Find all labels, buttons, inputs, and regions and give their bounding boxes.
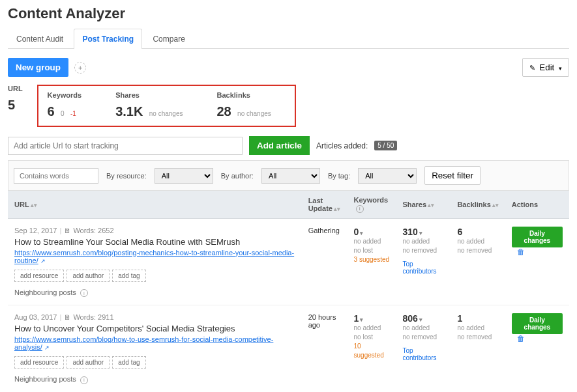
row-url-link[interactable]: https://www.semrush.com/blog/how-to-use-…: [14, 335, 273, 351]
stat-url-value: 5: [8, 98, 23, 113]
row-meta: Aug 03, 2017|🗎 Words: 2911: [14, 313, 295, 321]
by-resource-select[interactable]: All: [155, 168, 213, 184]
add-group-icon[interactable]: +: [74, 62, 86, 74]
by-author-select[interactable]: All: [261, 168, 320, 184]
external-link-icon[interactable]: ↗: [40, 258, 46, 264]
stat-keywords: Keywords 6 0 -1: [48, 91, 96, 119]
keywords-value[interactable]: 0▾: [354, 227, 390, 237]
page-title: Content Analyzer: [8, 5, 569, 22]
keywords-no-added: no added: [354, 237, 390, 246]
add-resource-button[interactable]: add resource: [14, 356, 64, 369]
words-label: Words:: [73, 227, 96, 234]
chevron-down-icon: ▾: [419, 230, 422, 236]
sort-icon: ▴▾: [31, 202, 37, 208]
stat-url: URL 5: [8, 85, 37, 113]
cell-last-update: 20 hours ago: [302, 305, 348, 393]
keywords-suggested[interactable]: 3 suggested: [354, 255, 390, 264]
stat-keywords-label: Keywords: [48, 91, 82, 99]
shares-value[interactable]: 310▾: [402, 227, 444, 237]
sort-icon: ▴▾: [492, 202, 499, 208]
table-row: Sep 12, 2017|🗎 Words: 2652How to Streaml…: [8, 218, 569, 305]
add-tag-button[interactable]: add tag: [112, 270, 145, 282]
stat-keywords-zero: 0: [61, 110, 65, 117]
neighbouring-posts[interactable]: Neighbouring posts i: [14, 375, 295, 384]
info-icon: i: [80, 289, 88, 297]
neighbouring-posts[interactable]: Neighbouring posts i: [14, 288, 295, 298]
stat-shares-value: 3.1K: [115, 104, 143, 119]
by-resource-label: By resource:: [106, 172, 147, 180]
row-title: How to Streamline Your Social Media Rout…: [14, 237, 295, 247]
col-last-update[interactable]: Last Update▴▾: [302, 191, 348, 218]
stat-keywords-value: 6: [48, 104, 55, 119]
keywords-no-lost: no lost: [354, 333, 390, 342]
tab-content-audit[interactable]: Content Audit: [8, 29, 72, 49]
chevron-down-icon: ▾: [559, 65, 562, 72]
backlinks-no-added: no added: [457, 324, 498, 333]
shares-value[interactable]: 806▾: [402, 313, 444, 324]
by-tag-select[interactable]: All: [358, 168, 417, 184]
trash-icon[interactable]: 🗑: [517, 334, 525, 343]
row-title: How to Uncover Your Competitors' Social …: [14, 324, 295, 333]
edit-label: Edit: [539, 63, 554, 72]
external-link-icon[interactable]: ↗: [44, 344, 50, 351]
daily-changes-button[interactable]: Daily changes: [512, 313, 563, 334]
shares-no-added: no added: [402, 324, 444, 333]
backlinks-value: 6: [457, 227, 498, 237]
stat-shares: Shares 3.1K no changes: [115, 91, 197, 119]
keywords-suggested[interactable]: 10 suggested: [354, 342, 390, 360]
add-author-button[interactable]: add author: [67, 356, 110, 369]
col-keywords[interactable]: Keywordsi: [348, 191, 396, 218]
add-author-button[interactable]: add author: [67, 270, 110, 282]
backlinks-no-removed: no removed: [457, 246, 498, 255]
chevron-down-icon: ▾: [360, 230, 363, 236]
edit-button[interactable]: ✎ Edit ▾: [522, 58, 569, 77]
trash-icon[interactable]: 🗑: [517, 247, 525, 257]
backlinks-no-removed: no removed: [457, 333, 498, 342]
stat-backlinks-value: 28: [217, 104, 231, 119]
document-icon: 🗎: [64, 227, 71, 234]
info-icon: i: [356, 205, 364, 213]
add-resource-button[interactable]: add resource: [14, 270, 64, 282]
backlinks-no-added: no added: [457, 237, 498, 246]
row-meta: Sep 12, 2017|🗎 Words: 2652: [14, 227, 295, 234]
shares-no-removed: no removed: [402, 333, 444, 342]
table-row: Aug 03, 2017|🗎 Words: 2911How to Uncover…: [8, 305, 569, 393]
cell-last-update: Gathering: [302, 218, 348, 305]
pencil-icon: ✎: [529, 64, 535, 72]
filter-bar: By resource: All By author: All By tag: …: [8, 160, 569, 191]
keywords-value[interactable]: 1▾: [354, 313, 390, 324]
contains-words-input[interactable]: [14, 168, 98, 184]
shares-no-removed: no removed: [402, 246, 444, 255]
col-actions: Actions: [505, 191, 569, 218]
reset-filter-button[interactable]: Reset filter: [424, 166, 481, 185]
stat-shares-sub: no changes: [149, 110, 183, 117]
new-group-button[interactable]: New group: [8, 58, 68, 77]
by-tag-label: By tag:: [328, 172, 350, 180]
col-url[interactable]: URL▴▾: [8, 191, 302, 218]
sort-icon: ▴▾: [428, 202, 434, 208]
words-label: Words:: [73, 313, 96, 321]
stat-url-label: URL: [8, 85, 23, 92]
add-article-button[interactable]: Add article: [249, 136, 310, 155]
stat-backlinks: Backlinks 28 no changes: [217, 91, 286, 119]
stat-shares-label: Shares: [115, 91, 183, 99]
sort-icon: ▴▾: [334, 206, 340, 212]
daily-changes-button[interactable]: Daily changes: [512, 227, 563, 247]
row-url-link[interactable]: https://www.semrush.com/blog/posting-mec…: [14, 249, 294, 264]
col-backlinks[interactable]: Backlinks▴▾: [451, 191, 505, 218]
row-date: Sep 12, 2017: [14, 227, 57, 234]
articles-added-label: Articles added:: [316, 141, 368, 150]
words-count: 2652: [98, 227, 113, 234]
keywords-no-lost: no lost: [354, 246, 390, 255]
top-contributors-link[interactable]: Top contributors: [402, 260, 444, 275]
stat-keywords-neg: -1: [70, 110, 76, 117]
stat-backlinks-sub: no changes: [237, 110, 271, 117]
tab-compare[interactable]: Compare: [144, 29, 193, 49]
col-shares[interactable]: Shares▴▾: [396, 191, 451, 218]
top-contributors-link[interactable]: Top contributors: [402, 347, 444, 361]
document-icon: 🗎: [64, 313, 71, 321]
info-icon: i: [80, 376, 88, 384]
add-article-input[interactable]: [8, 137, 243, 155]
tab-post-tracking[interactable]: Post Tracking: [74, 29, 142, 49]
add-tag-button[interactable]: add tag: [112, 356, 145, 369]
